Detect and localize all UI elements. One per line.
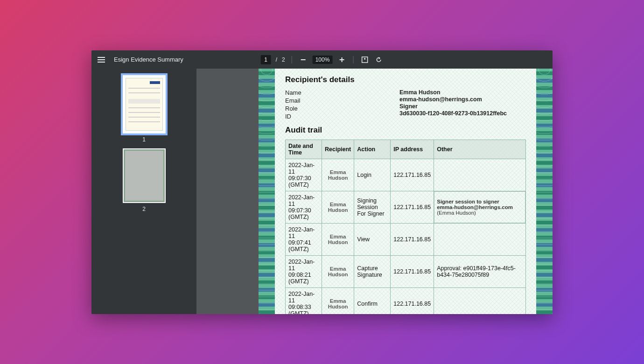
label-role: Role <box>285 105 399 112</box>
value-name: Emma Hudson <box>399 89 507 96</box>
label-name: Name <box>285 89 399 96</box>
cell-other: Approval: e901ff49-173e-4fc5-b434-75e280… <box>434 256 526 288</box>
recipient-heading: Recipient's details <box>285 75 526 84</box>
thumbnail-1[interactable] <box>123 75 166 133</box>
audit-trail-table: Date and Time Recipient Action IP addres… <box>285 140 526 314</box>
table-row: 2022-Jan-11 09:08:33 (GMTZ)Emma HudsonCo… <box>286 288 526 315</box>
cell-datetime: 2022-Jan-11 09:07:30 (GMTZ) <box>286 159 322 191</box>
th-other: Other <box>434 140 526 159</box>
thumbnail-1-wrap: 1 <box>123 75 166 143</box>
table-row: 2022-Jan-11 09:07:30 (GMTZ)Emma HudsonLo… <box>286 159 526 191</box>
cell-action: Capture Signature <box>354 256 391 288</box>
cell-ip: 122.171.16.85 <box>391 288 434 315</box>
toolbar-center: / 2 100% <box>261 55 384 64</box>
audit-heading: Audit trail <box>285 126 526 135</box>
separator <box>292 56 292 63</box>
rotate-icon <box>375 56 382 63</box>
document-page: Recipient's details Name Email Role ID E… <box>259 69 553 314</box>
thumbnail-2-wrap: 2 <box>123 148 166 212</box>
page-content-area[interactable]: Recipient's details Name Email Role ID E… <box>196 69 553 314</box>
toolbar: Esign Evidence Summary / 2 100% <box>91 50 553 69</box>
total-pages: 2 <box>282 56 285 63</box>
value-email: emma-hudson@herrings.com <box>399 96 507 103</box>
cell-recipient: Emma Hudson <box>322 191 354 224</box>
svg-rect-4 <box>364 58 365 59</box>
thumbnail-2-label: 2 <box>142 206 146 212</box>
label-id: ID <box>285 113 399 120</box>
pdf-viewer: Esign Evidence Summary / 2 100% <box>91 50 553 314</box>
svg-rect-0 <box>301 59 306 60</box>
th-ip: IP address <box>391 140 434 159</box>
recipient-details: Name Email Role ID Emma Hudson emma-huds… <box>285 89 526 120</box>
cell-action: Confirm <box>354 288 391 315</box>
cell-datetime: 2022-Jan-11 09:07:41 (GMTZ) <box>286 224 322 256</box>
cell-recipient: Emma Hudson <box>322 224 354 256</box>
page-number-input[interactable] <box>261 55 271 64</box>
th-action: Action <box>354 140 391 159</box>
cell-datetime: 2022-Jan-11 09:08:21 (GMTZ) <box>286 256 322 288</box>
menu-button[interactable] <box>96 55 106 65</box>
th-recipient: Recipient <box>322 140 354 159</box>
value-role: Signer <box>399 103 507 110</box>
page-separator: / <box>276 56 277 63</box>
cell-action: Login <box>354 159 391 191</box>
th-datetime: Date and Time <box>286 140 322 159</box>
cell-ip: 122.171.16.85 <box>391 159 434 191</box>
cell-ip: 122.171.16.85 <box>391 224 434 256</box>
cell-recipient: Emma Hudson <box>322 256 354 288</box>
hamburger-icon <box>98 57 105 63</box>
table-row: 2022-Jan-11 09:07:30 (GMTZ)Emma HudsonSi… <box>286 191 526 224</box>
table-row: 2022-Jan-11 09:07:41 (GMTZ)Emma HudsonVi… <box>286 224 526 256</box>
cell-other <box>434 288 526 315</box>
thumbnail-1-label: 1 <box>142 136 146 143</box>
minus-icon <box>300 56 307 63</box>
svg-rect-2 <box>341 57 342 62</box>
certificate-border-right <box>536 69 553 314</box>
cell-recipient: Emma Hudson <box>322 159 354 191</box>
svg-rect-3 <box>362 57 367 63</box>
label-email: Email <box>285 97 399 104</box>
cell-recipient: Emma Hudson <box>322 288 354 315</box>
cell-ip: 122.171.16.85 <box>391 191 434 224</box>
cell-action: View <box>354 224 391 256</box>
zoom-in-button[interactable] <box>337 55 346 64</box>
cell-other: Signer session to signeremma-hudson@herr… <box>434 191 526 224</box>
certificate-border-left <box>259 69 275 314</box>
table-header-row: Date and Time Recipient Action IP addres… <box>286 140 526 159</box>
zoom-level: 100% <box>313 56 333 64</box>
cell-ip: 122.171.16.85 <box>391 256 434 288</box>
cell-other <box>434 159 526 191</box>
document-title: Esign Evidence Summary <box>114 56 183 63</box>
plus-icon <box>338 56 345 63</box>
zoom-out-button[interactable] <box>299 55 308 64</box>
cell-datetime: 2022-Jan-11 09:07:30 (GMTZ) <box>286 191 322 224</box>
thumbnail-2[interactable] <box>123 148 166 203</box>
table-row: 2022-Jan-11 09:08:21 (GMTZ)Emma HudsonCa… <box>286 256 526 288</box>
fit-page-icon <box>361 56 368 63</box>
cell-action: Signing Session For Signer <box>354 191 391 224</box>
value-id: 3d630030-f120-408f-9273-0b13912ffebc <box>399 110 507 117</box>
separator <box>353 56 353 63</box>
fit-page-button[interactable] <box>360 55 369 64</box>
cell-datetime: 2022-Jan-11 09:08:33 (GMTZ) <box>286 288 322 315</box>
thumbnail-sidebar: 1 2 <box>91 69 196 314</box>
rotate-button[interactable] <box>374 55 383 64</box>
cell-other <box>434 224 526 256</box>
